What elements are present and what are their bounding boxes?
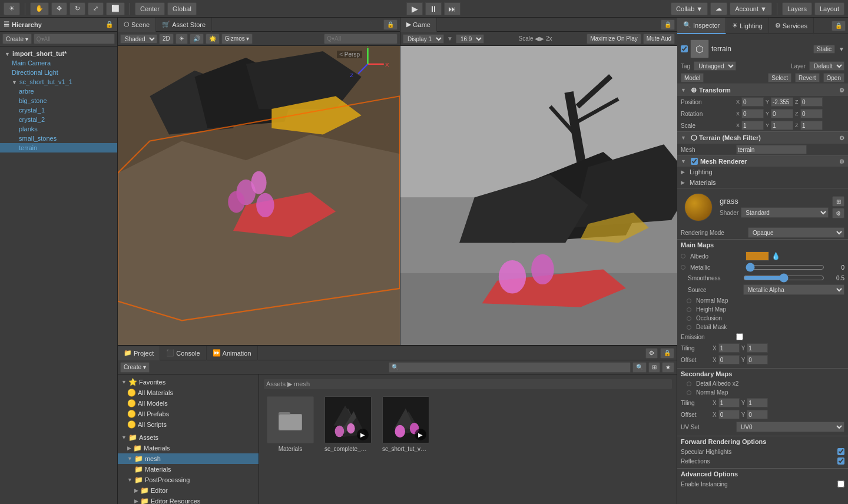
scene-view[interactable]: X Y Z < Persp [118, 46, 400, 345]
game-view[interactable] [400, 46, 677, 345]
model-btn[interactable]: Model [681, 73, 704, 82]
account-btn[interactable]: Account ▼ [730, 2, 772, 15]
tree-materials[interactable]: ▶ 📁 Materials [118, 443, 259, 453]
project-fav-btn[interactable]: ★ [662, 362, 674, 373]
reflections-checkbox[interactable] [837, 457, 844, 465]
insp-lock-btn[interactable]: 🔒 [832, 21, 846, 31]
hier-item-smallstones[interactable]: small_stones [0, 134, 117, 143]
scene-audio-btn[interactable]: 🔊 [190, 34, 204, 44]
aspect-select[interactable]: 16:9 [456, 34, 484, 44]
2d-btn[interactable]: 2D [159, 34, 174, 44]
hier-item-bigstone[interactable]: big_stone [0, 96, 117, 105]
project-search-btn[interactable]: 🔍 [632, 362, 647, 373]
tree-assets[interactable]: ▼ 📁 Assets [118, 432, 259, 443]
scene-mode-select[interactable]: Shaded [120, 34, 157, 44]
tree-postprocessing[interactable]: ▼ 📁 PostProcessing [118, 475, 259, 485]
layers-btn[interactable]: Layers [782, 2, 812, 15]
material-more-btn[interactable]: ⚙ [832, 208, 844, 218]
scene-lock-btn[interactable]: 🔒 [383, 19, 398, 30]
asset-materials-folder[interactable]: Materials [264, 394, 317, 455]
tree-all-scripts[interactable]: 🟡 All Scripts [118, 419, 259, 430]
unity-menu-btn[interactable]: ☀ [4, 2, 20, 15]
global-btn[interactable]: Global [167, 2, 197, 15]
console-tab[interactable]: ⬛ Console [160, 346, 206, 360]
move-tool-btn[interactable]: ✥ [51, 2, 67, 15]
shader-select[interactable]: Standard [741, 207, 829, 218]
pause-btn[interactable]: ⏸ [425, 2, 442, 15]
hier-item-crystal1[interactable]: crystal_1 [0, 105, 117, 115]
cloud-btn[interactable]: ☁ [710, 2, 727, 15]
layer-select[interactable]: Default [809, 61, 844, 71]
object-active-checkbox[interactable] [681, 45, 688, 52]
scene-effects-btn[interactable]: 🌟 [206, 34, 220, 44]
material-select-btn[interactable]: ⊞ [832, 196, 844, 207]
project-create-btn[interactable]: Create ▾ [120, 362, 150, 373]
rotate-tool-btn[interactable]: ↻ [69, 2, 85, 15]
rendering-mode-select[interactable]: Opaque [748, 227, 844, 238]
inspector-tab[interactable]: 🔍 Inspector [677, 18, 726, 34]
mute-audio-btn[interactable]: Mute Aud [643, 34, 675, 44]
emission-checkbox[interactable] [736, 333, 743, 340]
mesh-filter-section[interactable]: ▼ ⬡ Terrain (Mesh Filter) ⚙ [677, 131, 848, 144]
hier-item-arbre[interactable]: arbre [0, 87, 117, 96]
select-btn[interactable]: Select [768, 73, 791, 82]
scale-z-input[interactable] [800, 121, 823, 130]
game-tab[interactable]: ▶ Game [400, 18, 437, 32]
tree-all-prefabs[interactable]: 🟡 All Prefabs [118, 409, 259, 419]
rot-z-input[interactable] [800, 109, 823, 118]
display-select[interactable]: Display 1 [403, 34, 444, 44]
materials-row[interactable]: ▶ Materials [677, 177, 848, 188]
project-search[interactable] [389, 362, 631, 373]
pos-y-input[interactable] [771, 97, 793, 107]
gizmos-btn[interactable]: Gizmos ▾ [221, 34, 253, 44]
enable-instancing-checkbox[interactable] [837, 480, 844, 488]
rot-x-input[interactable] [741, 109, 764, 118]
tree-mesh-materials[interactable]: 📁 Materials [118, 464, 259, 475]
hier-item-root[interactable]: ▼ import_short_tut* [0, 49, 117, 58]
asset-sc-short[interactable]: ▶ sc_short_tut_v1_1 [379, 394, 432, 455]
scene-tab[interactable]: ⬡ Scene [118, 18, 156, 32]
tree-all-models[interactable]: 🟡 All Models [118, 398, 259, 409]
project-settings-btn[interactable]: ⚙ [645, 348, 658, 359]
play-btn[interactable]: ▶ [406, 2, 423, 15]
play-overlay-2[interactable]: ▶ [415, 429, 426, 440]
transform-section[interactable]: ▼ ⊕ Transform ⚙ [677, 84, 848, 96]
spec-highlights-checkbox[interactable] [837, 448, 844, 455]
asset-sc-complete[interactable]: ▶ sc_complete_mod.... [322, 394, 375, 455]
hierarchy-search[interactable] [34, 34, 115, 44]
project-tab[interactable]: 📁 Project [118, 346, 160, 360]
uv-set-select[interactable]: UV0 [736, 422, 844, 432]
hierarchy-create-btn[interactable]: Create ▾ [2, 34, 32, 44]
sec-offset-x-input[interactable] [718, 410, 740, 419]
transform-tool-btn[interactable]: ✋ [30, 2, 49, 15]
scale-y-input[interactable] [771, 121, 793, 130]
hier-item-terrain[interactable]: terrain [0, 143, 117, 152]
game-lock-btn[interactable]: 🔒 [661, 19, 675, 30]
lighting-tab[interactable]: ☀ Lighting [726, 18, 769, 34]
mesh-value[interactable] [736, 145, 807, 154]
layout-btn[interactable]: Layout [814, 2, 844, 15]
play-overlay-1[interactable]: ▶ [357, 429, 369, 440]
pos-x-input[interactable] [741, 97, 764, 107]
smoothness-slider[interactable] [743, 274, 824, 282]
hier-item-sc[interactable]: ▼ sc_short_tut_v1_1 [0, 77, 117, 87]
center-btn[interactable]: Center [135, 2, 165, 15]
tiling-x-input[interactable] [718, 343, 740, 353]
asset-store-tab[interactable]: 🛒 Asset Store [156, 18, 212, 32]
pos-z-input[interactable] [800, 97, 823, 107]
tiling-y-input[interactable] [747, 343, 768, 353]
scene-search[interactable] [324, 34, 398, 44]
step-btn[interactable]: ⏭ [444, 2, 461, 15]
offset-x-input[interactable] [718, 355, 740, 364]
hier-item-camera[interactable]: Main Camera [0, 58, 117, 68]
rot-y-input[interactable] [771, 109, 793, 118]
project-layout-btn[interactable]: ⊞ [648, 362, 660, 373]
hier-item-planks[interactable]: planks [0, 124, 117, 134]
offset-y-input[interactable] [747, 355, 768, 364]
tree-all-materials[interactable]: 🟡 All Materials [118, 387, 259, 398]
services-tab[interactable]: ⚙ Services [769, 18, 814, 34]
sec-tiling-y-input[interactable] [747, 398, 768, 407]
tree-favorites[interactable]: ▼ ⭐ Favorites [118, 377, 259, 387]
sec-tiling-x-input[interactable] [718, 398, 740, 407]
source-select[interactable]: Metallic Alpha [743, 284, 844, 295]
